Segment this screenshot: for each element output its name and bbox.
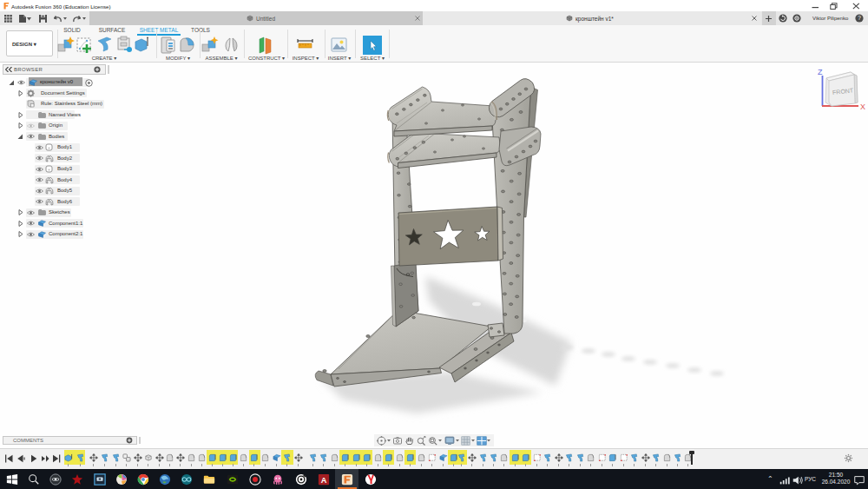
- svg-text:X: X: [860, 102, 865, 111]
- svg-text:A: A: [321, 475, 327, 484]
- svg-text:Z: Z: [818, 68, 823, 76]
- svg-text:?: ?: [858, 15, 861, 21]
